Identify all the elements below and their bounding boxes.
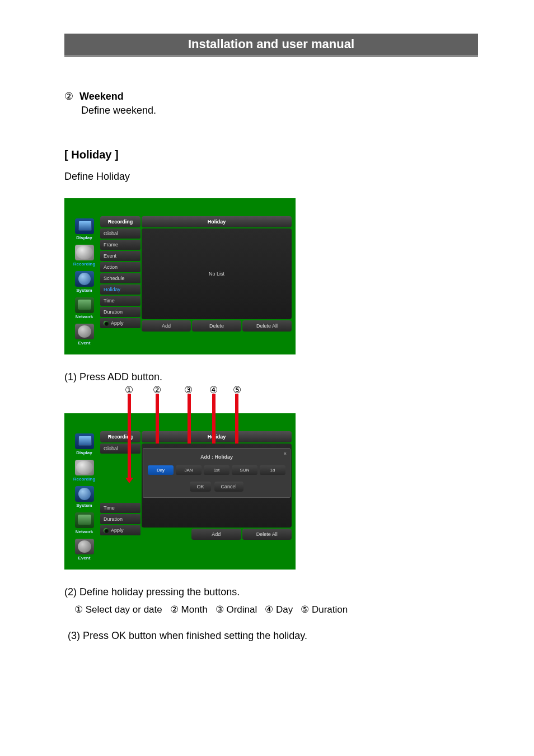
- sidebar-icon[interactable]: [75, 297, 94, 313]
- legend-item: ⑤ Duration: [301, 604, 348, 615]
- sidebar-label: Display: [68, 449, 100, 455]
- sidebar-label: Event: [68, 554, 100, 561]
- apply-button[interactable]: Apply: [100, 318, 140, 328]
- add-holiday-dialog: × Add : Holiday DayJAN1stSUN1d OK Cancel: [143, 448, 291, 498]
- submenu-item[interactable]: Time: [100, 503, 140, 513]
- step-2: (2) Define holiday pressing the buttons.: [64, 585, 478, 599]
- ok-button[interactable]: OK: [190, 482, 210, 492]
- submenu-header: Recording: [100, 431, 140, 442]
- submenu-item[interactable]: Frame: [100, 240, 140, 250]
- holiday-list-screenshot: DisplayRecordingSystemNetworkEvent Recor…: [64, 198, 296, 354]
- weekend-desc: Define weekend.: [81, 104, 478, 118]
- submenu-item[interactable]: Holiday: [100, 284, 140, 295]
- sidebar-label: Recording: [68, 260, 100, 267]
- cancel-button[interactable]: Cancel: [214, 482, 243, 492]
- main-panel: Holiday × Add : Holiday DayJAN1stSUN1d O…: [142, 431, 292, 540]
- dialog-title: Add : Holiday: [148, 454, 285, 460]
- weekend-title: Weekend: [79, 91, 124, 102]
- delete-all-button[interactable]: Delete All: [242, 529, 292, 540]
- submenu-item[interactable]: Duration: [100, 307, 140, 317]
- page-title-bar: Installation and user manual: [64, 34, 478, 57]
- submenu-item[interactable]: Time: [100, 296, 140, 306]
- add-button[interactable]: Add: [142, 320, 191, 332]
- submenu-column: Recording Global Time Duration Apply: [100, 431, 140, 535]
- step-1: (1) Press ADD button.: [64, 370, 478, 384]
- delete-all-button[interactable]: Delete All: [242, 320, 292, 332]
- sidebar-label: Recording: [68, 475, 100, 482]
- close-icon[interactable]: ×: [284, 451, 287, 456]
- submenu-header: Recording: [100, 216, 140, 227]
- sidebar-label: Network: [68, 528, 100, 534]
- submenu-item[interactable]: Schedule: [100, 273, 140, 283]
- holiday-chip[interactable]: JAN: [176, 465, 202, 475]
- holiday-chip[interactable]: Day: [148, 465, 174, 475]
- callout-3: ③: [184, 384, 193, 396]
- callout-4: ④: [209, 384, 218, 396]
- callout-1: ①: [125, 384, 133, 396]
- sidebar-icon[interactable]: [75, 433, 94, 449]
- sidebar-icon[interactable]: [75, 218, 94, 234]
- submenu-item[interactable]: Action: [100, 262, 140, 272]
- submenu-item[interactable]: Event: [100, 251, 140, 261]
- sidebar: DisplayRecordingSystemNetworkEvent: [68, 431, 100, 563]
- sidebar-icon[interactable]: [75, 512, 94, 528]
- submenu-item[interactable]: Global: [100, 444, 140, 454]
- holiday-heading: [ Holiday ]: [64, 148, 478, 161]
- sidebar: DisplayRecordingSystemNetworkEvent: [68, 216, 100, 348]
- submenu-column: Recording GlobalFrameEventActionSchedule…: [100, 216, 140, 328]
- sidebar-label: System: [68, 502, 100, 508]
- callout-5: ⑤: [233, 384, 241, 396]
- add-button[interactable]: Add: [191, 529, 241, 540]
- holiday-desc: Define Holiday: [64, 170, 478, 184]
- weekend-number: ②: [64, 91, 73, 102]
- submenu-item[interactable]: Duration: [100, 514, 140, 524]
- submenu-item[interactable]: Global: [100, 228, 140, 239]
- holiday-chip[interactable]: SUN: [232, 465, 257, 475]
- sidebar-icon[interactable]: [75, 460, 94, 475]
- empty-list-text: No List: [142, 228, 292, 319]
- legend-item: ④ Day: [265, 604, 293, 615]
- callout-2: ②: [153, 384, 161, 396]
- sidebar-icon[interactable]: [75, 486, 94, 502]
- apply-button[interactable]: Apply: [100, 525, 140, 535]
- main-panel-title: Holiday: [142, 431, 292, 442]
- step-3: (3) Press OK button when finished settin…: [68, 629, 478, 643]
- legend-item: ② Month: [170, 604, 208, 615]
- sidebar-icon[interactable]: [75, 539, 94, 554]
- legend-item: ① Select day or date: [74, 604, 162, 615]
- holiday-chip[interactable]: 1st: [204, 465, 229, 475]
- step-2-legend: ① Select day or date② Month③ Ordinal④ Da…: [74, 603, 478, 617]
- sidebar-icon[interactable]: [75, 324, 94, 339]
- legend-item: ③ Ordinal: [216, 604, 257, 615]
- sidebar-icon[interactable]: [75, 245, 94, 260]
- sidebar-label: Network: [68, 313, 100, 319]
- sidebar-icon[interactable]: [75, 271, 94, 287]
- callout-row: ① ② ③ ④ ⑤: [64, 384, 296, 413]
- sidebar-label: Display: [68, 234, 100, 240]
- sidebar-label: Event: [68, 339, 100, 346]
- main-panel-title: Holiday: [142, 216, 292, 227]
- add-holiday-screenshot: DisplayRecordingSystemNetworkEvent Recor…: [64, 413, 296, 570]
- weekend-heading: ② Weekend: [64, 90, 478, 104]
- delete-button[interactable]: Delete: [192, 320, 241, 332]
- main-panel: Holiday No List Add Delete Delete All: [142, 216, 292, 332]
- holiday-chip[interactable]: 1d: [260, 465, 285, 475]
- sidebar-label: System: [68, 287, 100, 293]
